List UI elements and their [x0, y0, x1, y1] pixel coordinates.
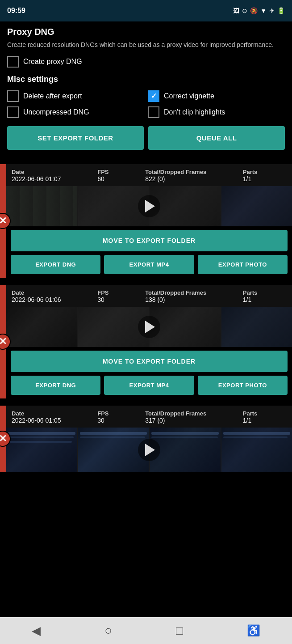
rec2-frames-col: Total/Dropped Frames 138 (0) [145, 289, 236, 303]
rec3-frames: 317 (0) [145, 417, 236, 424]
rec1-actions: MOVE TO EXPORT FOLDER EXPORT DNG EXPORT … [6, 226, 292, 278]
delete-after-checkbox[interactable] [7, 90, 19, 102]
rec1-fps-col: FPS 60 [97, 169, 138, 182]
frames-header-2: Total/Dropped Frames [145, 289, 236, 296]
rec2-date: 2022-06-06 01:06 [12, 296, 90, 303]
battery-icon: 🔋 [277, 7, 285, 14]
recording-entry-1: ✕ Date 2022-06-06 01:07 FPS 60 Total/Dro… [0, 164, 292, 278]
accessibility-button[interactable]: ♿ [247, 624, 260, 637]
airplane-icon: ✈ [269, 7, 275, 14]
uncompressed-dng-label: Uncompressed DNG [23, 108, 89, 116]
misc-item-vignette[interactable]: Correct vignette [148, 90, 285, 102]
status-icons: 🖼 ⊖ 🔕 ▼ ✈ 🔋 [233, 7, 285, 14]
rec1-date: 2022-06-06 01:07 [12, 175, 90, 182]
date-header-3: Date [12, 410, 90, 417]
recording-entry-3: ✕ Date 2022-06-06 01:05 FPS 30 Total/Dro… [0, 406, 292, 472]
rec3-parts-col: Parts 1/1 [243, 410, 287, 424]
proxy-dng-label: Create proxy DNG [23, 58, 82, 66]
dont-clip-checkbox[interactable] [148, 106, 159, 118]
rec1-move-button[interactable]: MOVE TO EXPORT FOLDER [11, 230, 288, 251]
rec2-thumbnail-strip[interactable] [6, 307, 292, 347]
recording-header-2: Date 2022-06-06 01:06 FPS 30 Total/Dropp… [6, 285, 292, 307]
rec2-move-button[interactable]: MOVE TO EXPORT FOLDER [11, 351, 288, 372]
rec2-fps-col: FPS 30 [97, 289, 138, 303]
rec1-play-button[interactable] [138, 195, 160, 217]
rec2-date-col: Date 2022-06-06 01:06 [12, 289, 90, 303]
rec1-fps: 60 [97, 175, 138, 182]
recording-header-1: Date 2022-06-06 01:07 FPS 60 Total/Dropp… [6, 164, 292, 186]
queue-all-button[interactable]: QUEUE ALL [148, 126, 285, 150]
rec1-frames-col: Total/Dropped Frames 822 (0) [145, 169, 236, 182]
fps-header-3: FPS [97, 410, 138, 417]
main-content: Proxy DNG Create reduced resolution DNGs… [0, 21, 292, 164]
rec3-thumbnail-strip[interactable] [6, 428, 292, 472]
rec2-actions: MOVE TO EXPORT FOLDER EXPORT DNG EXPORT … [6, 347, 292, 398]
set-export-folder-button[interactable]: SET EXPORT FOLDER [7, 126, 144, 150]
rec3-parts: 1/1 [243, 417, 287, 424]
thumb-3-4 [221, 428, 292, 472]
dont-clip-label: Don't clip highlights [164, 108, 225, 116]
thumb-2-1 [6, 307, 77, 347]
misc-item-uncompressed[interactable]: Uncompressed DNG [7, 106, 144, 118]
rec1-frames: 822 (0) [145, 175, 236, 182]
proxy-dng-row[interactable]: Create proxy DNG [7, 56, 285, 68]
correct-vignette-label: Correct vignette [164, 92, 214, 100]
rec2-export-row: EXPORT DNG EXPORT MP4 EXPORT PHOTO [11, 376, 288, 395]
home-button[interactable]: ○ [104, 623, 112, 638]
main-action-buttons: SET EXPORT FOLDER QUEUE ALL [7, 126, 285, 150]
play-triangle-2 [145, 321, 155, 333]
correct-vignette-checkbox[interactable] [148, 90, 159, 102]
rec1-thumbnail-strip[interactable] [6, 186, 292, 226]
page-description: Create reduced resolution DNGs which can… [7, 41, 285, 50]
bell-icon: 🔕 [250, 7, 258, 14]
delete-after-label: Delete after export [23, 92, 82, 100]
thumb-2-4 [221, 307, 292, 347]
play-triangle-1 [145, 200, 155, 212]
misc-item-clip[interactable]: Don't clip highlights [148, 106, 285, 118]
fps-header: FPS [97, 169, 138, 175]
misc-item-delete[interactable]: Delete after export [7, 90, 144, 102]
rec3-frames-col: Total/Dropped Frames 317 (0) [145, 410, 236, 424]
parts-header-3: Parts [243, 410, 287, 417]
misc-settings-grid: Delete after export Correct vignette Unc… [7, 90, 285, 118]
signal-icon: ⊖ [242, 7, 247, 14]
proxy-dng-checkbox[interactable] [7, 56, 19, 68]
back-button[interactable]: ◀ [32, 624, 41, 638]
bottom-nav: ◀ ○ □ ♿ [0, 617, 292, 644]
rec2-play-button[interactable] [138, 316, 160, 338]
parts-header-2: Parts [243, 289, 287, 296]
status-time: 09:59 [7, 7, 25, 15]
rec1-parts-col: Parts 1/1 [243, 169, 287, 182]
rec3-date-col: Date 2022-06-06 01:05 [12, 410, 90, 424]
uncompressed-dng-checkbox[interactable] [7, 106, 19, 118]
rec2-parts: 1/1 [243, 296, 287, 303]
recording-entry-2: ✕ Date 2022-06-06 01:06 FPS 30 Total/Dro… [0, 285, 292, 398]
rec1-export-mp4[interactable]: EXPORT MP4 [104, 255, 194, 274]
rec1-export-row: EXPORT DNG EXPORT MP4 EXPORT PHOTO [11, 255, 288, 274]
rec2-export-mp4[interactable]: EXPORT MP4 [104, 376, 194, 395]
rec1-export-photo[interactable]: EXPORT PHOTO [198, 255, 288, 274]
thumb-1-4 [221, 186, 292, 226]
rec3-play-button[interactable] [138, 439, 160, 461]
date-header: Date [12, 169, 90, 175]
rec2-export-dng[interactable]: EXPORT DNG [11, 376, 100, 395]
rec2-fps: 30 [97, 296, 138, 303]
rec2-export-photo[interactable]: EXPORT PHOTO [198, 376, 288, 395]
status-bar: 09:59 🖼 ⊖ 🔕 ▼ ✈ 🔋 [0, 0, 292, 21]
rec1-export-dng[interactable]: EXPORT DNG [11, 255, 100, 274]
rec3-fps: 30 [97, 417, 138, 424]
fps-header-2: FPS [97, 289, 138, 296]
date-header-2: Date [12, 289, 90, 296]
rec2-frames: 138 (0) [145, 296, 236, 303]
rec3-fps-col: FPS 30 [97, 410, 138, 424]
rec1-parts: 1/1 [243, 175, 287, 182]
parts-header: Parts [243, 169, 287, 175]
rec3-date: 2022-06-06 01:05 [12, 417, 90, 424]
play-triangle-3 [145, 444, 155, 456]
misc-settings-title: Misc settings [7, 75, 285, 84]
wifi-icon: ▼ [260, 7, 267, 14]
rec2-parts-col: Parts 1/1 [243, 289, 287, 303]
rec1-date-col: Date 2022-06-06 01:07 [12, 169, 90, 182]
recent-button[interactable]: □ [176, 624, 183, 638]
frames-header: Total/Dropped Frames [145, 169, 236, 175]
